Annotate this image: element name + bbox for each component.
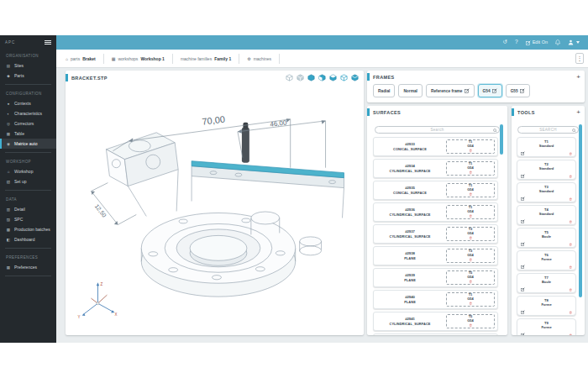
hamburger-menu-icon[interactable]	[45, 39, 51, 45]
sidebar-item-table[interactable]: ▦Table	[0, 129, 56, 139]
surface-assignment[interactable]: T3G54	[446, 227, 495, 241]
frame-button-radial[interactable]: Radial	[373, 84, 395, 97]
surface-assignment[interactable]: T1G54	[446, 205, 495, 219]
view-cube-icon-2[interactable]	[297, 74, 304, 81]
delete-icon[interactable]	[469, 149, 473, 153]
edit-icon[interactable]	[521, 197, 525, 201]
sidebar-item-dashboard[interactable]: ◧Dashboard	[0, 234, 56, 244]
delete-icon[interactable]	[569, 197, 573, 201]
delete-icon[interactable]	[569, 219, 573, 223]
surfaces-search-input[interactable]	[375, 126, 500, 134]
surface-row-2933[interactable]: #2933CONICAL_SURFACET1G54	[373, 137, 498, 156]
delete-icon[interactable]	[469, 192, 473, 197]
view-cube-icon-3[interactable]	[307, 74, 315, 81]
surface-row-2938[interactable]: #2938PLANET3G54	[373, 246, 498, 265]
sidebar-item-detail[interactable]: ▥Detail	[0, 204, 56, 214]
sidebar-item-sites[interactable]: ▤Sites	[0, 60, 56, 71]
user-icon	[568, 39, 574, 45]
view-cube-icon-1[interactable]	[286, 74, 293, 81]
refresh-icon[interactable]: ↺	[503, 39, 507, 45]
delete-icon[interactable]	[469, 302, 473, 306]
view-cube-icon-5[interactable]	[329, 74, 337, 81]
delete-icon[interactable]	[569, 174, 573, 178]
sidebar-item-workshop[interactable]: ⌂Workshop	[0, 166, 56, 176]
frame-button-reference-frame[interactable]: Reference frame	[426, 84, 475, 97]
surface-row-2936[interactable]: #2936CYLINDRICAL_SURFACET1G54	[373, 202, 498, 222]
tool-card-t9[interactable]: T9Forme	[517, 318, 576, 335]
surface-row-2942[interactable]: #2942CONICAL_SURFACET5G54	[373, 333, 498, 335]
frame-button-normal[interactable]: Normal	[398, 84, 423, 97]
surface-row-2934[interactable]: #2934CYLINDRICAL_SURFACET1G54	[373, 159, 498, 178]
edit-icon[interactable]	[521, 151, 525, 155]
sidebar-item-characteristics[interactable]: ◐Characteristics	[0, 108, 56, 118]
sidebar-item-correctors[interactable]: ◎Correctors	[0, 118, 56, 129]
view-cube-icon-7[interactable]	[351, 74, 359, 81]
tools-search-input[interactable]	[517, 126, 579, 134]
edit-icon[interactable]	[521, 310, 525, 314]
sidebar-item-preferences[interactable]: ▦Preferences	[0, 262, 56, 272]
surface-assignment[interactable]: T1G54	[446, 292, 495, 307]
tool-card-t1[interactable]: T1Standard	[517, 137, 576, 157]
sidebar-item-spc[interactable]: ▨SPC	[0, 214, 56, 224]
breadcrumb-machine-families[interactable]: machine families Family 1	[173, 54, 239, 64]
user-menu[interactable]	[568, 39, 580, 45]
surface-row-2941[interactable]: #2941CYLINDRICAL_SURFACET5G54	[373, 312, 498, 331]
delete-icon[interactable]	[569, 151, 573, 155]
delete-icon[interactable]	[569, 333, 573, 335]
add-frame-button[interactable]: +	[576, 75, 580, 80]
tool-card-t8[interactable]: T8Forme	[517, 296, 576, 316]
tool-card-t3[interactable]: T3Standard	[517, 182, 576, 202]
breadcrumb-parts[interactable]: ⌂ parts Braket	[66, 54, 104, 64]
edit-icon[interactable]	[521, 287, 525, 291]
delete-icon[interactable]	[469, 236, 473, 240]
sidebar-item-contexts[interactable]: ●Contexts	[0, 98, 56, 108]
view-cube-icon-6[interactable]	[340, 74, 348, 81]
delete-icon[interactable]	[569, 242, 573, 246]
frame-button-g55[interactable]: G55	[506, 84, 530, 97]
view-cube-icon-4[interactable]	[318, 74, 326, 81]
tool-card-t4[interactable]: T4Standard	[517, 205, 576, 225]
tools-scrollbar[interactable]	[579, 124, 582, 297]
delete-icon[interactable]	[569, 287, 573, 291]
edit-icon[interactable]	[521, 174, 525, 178]
tool-card-t5[interactable]: T5Boule	[517, 228, 576, 248]
surface-assignment[interactable]: T1G54	[446, 161, 495, 176]
3d-canvas[interactable]: 70,00 46,00 12,50	[66, 84, 364, 335]
edit-mode-toggle[interactable]: Edit On	[526, 40, 548, 45]
help-icon[interactable]: ?	[515, 39, 518, 45]
add-tool-button[interactable]: +	[576, 110, 580, 115]
delete-icon[interactable]	[469, 323, 473, 328]
surface-row-2940[interactable]: #2940PLANET1G54	[373, 290, 498, 309]
surface-assignment[interactable]: T1G54	[446, 183, 495, 197]
sidebar-item-set-up[interactable]: ▧Set up	[0, 176, 56, 186]
sidebar-item-parts[interactable]: ◆Parts	[0, 71, 56, 81]
surface-assignment[interactable]: T3G54	[446, 249, 495, 263]
tool-card-t2[interactable]: T2Standard	[517, 160, 576, 180]
breadcrumb-workshops[interactable]: ▦ workshops Workshop 1	[104, 54, 173, 64]
tool-card-t7[interactable]: T7Boule	[517, 273, 576, 293]
delete-icon[interactable]	[469, 214, 473, 218]
breadcrumb-machines[interactable]: ⚙ machines	[239, 54, 280, 64]
delete-icon[interactable]	[569, 265, 573, 269]
surface-row-2939[interactable]: #2939PLANET5G54	[373, 268, 498, 287]
edit-icon[interactable]	[521, 265, 525, 269]
surface-row-2935[interactable]: #2935CONICAL_SURFACET1G54	[373, 181, 498, 200]
delete-icon[interactable]	[469, 280, 473, 284]
edit-icon[interactable]	[521, 333, 525, 335]
surface-assignment[interactable]: T1G54	[446, 139, 495, 154]
surface-assignment[interactable]: T5G54	[446, 270, 495, 285]
surface-row-2937[interactable]: #2937CYLINDRICAL_SURFACET3G54	[373, 224, 498, 244]
tool-card-t6[interactable]: T6Forme	[517, 250, 576, 270]
surface-assignment[interactable]: T5G54	[446, 314, 495, 328]
delete-icon[interactable]	[569, 310, 573, 314]
delete-icon[interactable]	[469, 258, 473, 262]
delete-icon[interactable]	[469, 171, 473, 175]
notifications-bell-icon[interactable]	[555, 39, 560, 45]
frame-button-g54[interactable]: G54	[478, 84, 502, 97]
edit-icon[interactable]	[521, 219, 525, 223]
sidebar-item-matrice-auto[interactable]: ◉Matrice auto	[0, 139, 56, 149]
edit-icon[interactable]	[521, 242, 525, 246]
surfaces-scrollbar[interactable]	[500, 124, 503, 155]
more-options-button[interactable]: ⋮	[575, 53, 584, 64]
sidebar-item-production-batches[interactable]: ▩Production batches	[0, 224, 56, 234]
